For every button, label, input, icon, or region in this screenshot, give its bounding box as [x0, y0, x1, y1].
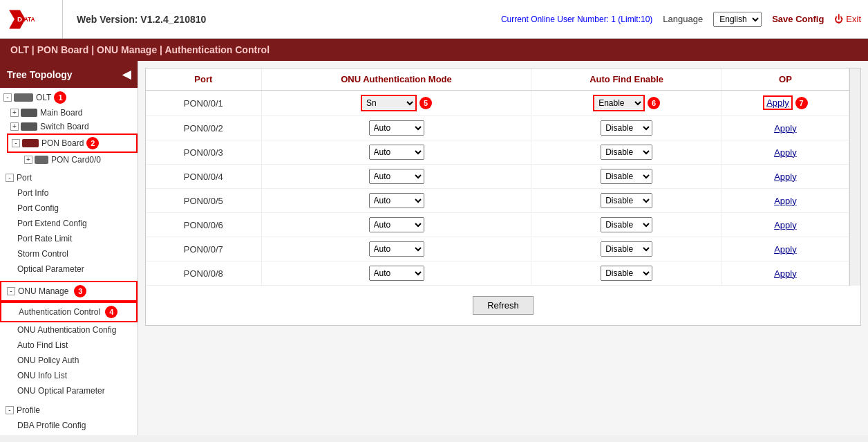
content-table-wrapper: Port ONU Authentication Mode Auto Find E… [145, 68, 861, 326]
apply-link[interactable]: Apply [774, 147, 797, 158]
refresh-button[interactable]: Refresh [473, 296, 534, 315]
pon-board-label: PON Board [41, 138, 84, 148]
onu-manage-toggle[interactable]: - [7, 287, 15, 295]
online-users-count: 1 [611, 15, 616, 24]
menu-item-onu-auth-config[interactable]: ONU Authentication Config [0, 322, 138, 338]
language-select[interactable]: English [713, 12, 762, 27]
tree-item-switch-board[interactable]: + Switch Board [7, 120, 138, 133]
switch-board-label: Switch Board [40, 122, 89, 131]
breadcrumb-olt[interactable]: OLT [10, 44, 29, 55]
auto-find-select[interactable]: EnableDisable [601, 193, 652, 208]
col-header-op: OP [721, 68, 849, 91]
breadcrumb-pon[interactable]: PON Board [37, 44, 89, 55]
menu-item-onu-info-list[interactable]: ONU Info List [0, 368, 138, 383]
cell-mode: SnAutoPasswordHybrid [261, 237, 531, 261]
cell-op: Apply [721, 140, 849, 165]
mode-select[interactable]: SnAutoPasswordHybrid [369, 193, 424, 208]
auto-find-select[interactable]: EnableDisable [601, 217, 652, 232]
exit-button[interactable]: ⏻ Exit [834, 14, 861, 24]
auto-find-select[interactable]: EnableDisable [601, 145, 652, 160]
apply-link[interactable]: Apply [774, 172, 797, 182]
sidebar-collapse-arrow[interactable]: ◀ [122, 68, 131, 81]
apply-link[interactable]: Apply [774, 196, 797, 206]
apply-link[interactable]: Apply [763, 95, 793, 110]
exit-label: Exit [846, 14, 861, 24]
auto-find-select[interactable]: EnableDisable [593, 95, 645, 111]
cell-mode: SnAutoPasswordHybrid [261, 165, 531, 189]
auto-find-select[interactable]: EnableDisable [601, 241, 652, 257]
menu-item-storm-control[interactable]: Storm Control [0, 246, 138, 261]
mode-select[interactable]: SnAutoPasswordHybrid [369, 266, 424, 281]
mode-select[interactable]: SnAutoPasswordHybrid [369, 120, 424, 136]
online-users-label: Current Online User Number: [501, 15, 609, 24]
menu-item-auto-find-list[interactable]: Auto Find List [0, 338, 138, 353]
tree-item-pon-card[interactable]: + PON Card0/0 [21, 153, 138, 167]
auto-find-select[interactable]: EnableDisable [601, 169, 652, 184]
mode-select[interactable]: SnAutoPasswordHybrid [369, 145, 424, 160]
apply-link[interactable]: Apply [774, 123, 797, 133]
cell-port: PON0/0/8 [146, 261, 261, 286]
menu-item-port-rate-limit[interactable]: Port Rate Limit [0, 231, 138, 246]
breadcrumb-sep1: | [32, 44, 37, 55]
auto-find-select[interactable]: EnableDisable [601, 120, 652, 136]
profile-section-header[interactable]: - Profile [0, 403, 138, 418]
mode-select[interactable]: SnAutoPasswordHybrid [369, 241, 424, 257]
tree-item-main-board[interactable]: + Main Board [7, 106, 138, 120]
breadcrumb-onu[interactable]: ONU Manage [97, 44, 157, 55]
logo-icon: D ATA [7, 6, 48, 33]
apply-link[interactable]: Apply [774, 268, 797, 279]
cell-mode: SnAutoPasswordHybrid [261, 261, 531, 286]
port-section-toggle[interactable]: - [6, 174, 14, 182]
tree-item-olt[interactable]: - OLT 1 [0, 89, 138, 106]
cell-op: Apply [721, 261, 849, 286]
olt-toggle[interactable]: - [3, 93, 12, 102]
cell-op: Apply [721, 189, 849, 213]
menu-item-dba-profile[interactable]: DBA Profile Config [0, 418, 138, 433]
main-board-toggle[interactable]: + [10, 109, 19, 117]
table-scroll-area[interactable]: Port ONU Authentication Mode Auto Find E… [146, 68, 849, 286]
cell-op: Apply [721, 165, 849, 189]
menu-item-port-config[interactable]: Port Config [0, 201, 138, 216]
switch-board-icon [21, 122, 37, 131]
olt-icon [14, 93, 33, 102]
port-section-header[interactable]: - Port [0, 170, 138, 185]
table-row: PON0/0/1SnAutoPasswordHybrid5EnableDisab… [146, 91, 849, 116]
mode-select[interactable]: SnAutoPasswordHybrid [369, 169, 424, 184]
save-config-link[interactable]: Save Config [772, 14, 824, 24]
auth-control-label: Authentication Control [19, 307, 100, 317]
cell-auto-find: EnableDisable6 [531, 91, 721, 116]
profile-section-toggle[interactable]: - [6, 406, 14, 414]
mode-select[interactable]: SnAutoPasswordHybrid [369, 217, 424, 232]
pon-board-toggle[interactable]: - [12, 139, 20, 147]
cell-op: Apply [721, 237, 849, 261]
auto-find-select[interactable]: EnableDisable [601, 266, 652, 281]
menu-item-port-extend-config[interactable]: Port Extend Config [0, 216, 138, 231]
scrollbar[interactable] [849, 68, 860, 286]
table-row: PON0/0/5SnAutoPasswordHybridEnableDisabl… [146, 189, 849, 213]
refresh-row: Refresh [146, 286, 860, 325]
table-row: PON0/0/4SnAutoPasswordHybridEnableDisabl… [146, 165, 849, 189]
apply-link[interactable]: Apply [774, 220, 797, 230]
main-board-icon [21, 109, 37, 117]
col-header-port: Port [146, 68, 261, 91]
cell-port: PON0/0/7 [146, 237, 261, 261]
tree-item-pon-board[interactable]: - PON Board 2 [7, 133, 138, 153]
switch-board-toggle[interactable]: + [10, 122, 19, 131]
main-board-label: Main Board [40, 108, 82, 118]
pon-card-toggle[interactable]: + [24, 156, 32, 164]
menu-item-optical-parameter[interactable]: Optical Parameter [0, 261, 138, 277]
pon-badge: 2 [86, 137, 99, 149]
cell-port: PON0/0/6 [146, 213, 261, 237]
menu-item-line-profile[interactable]: Line Profile Config [0, 433, 138, 435]
menu-item-auth-control[interactable]: Authentication Control 4 [0, 302, 138, 322]
onu-manage-section-header[interactable]: - ONU Manage 3 [0, 281, 138, 302]
col-header-mode: ONU Authentication Mode [261, 68, 531, 91]
mode-select[interactable]: SnAutoPasswordHybrid [361, 95, 417, 111]
menu-item-onu-optical-param[interactable]: ONU Optical Parameter [0, 383, 138, 398]
apply-link[interactable]: Apply [774, 244, 797, 255]
svg-text:D: D [17, 15, 22, 23]
cell-mode: SnAutoPasswordHybrid5 [261, 91, 531, 116]
table-header-row: Port ONU Authentication Mode Auto Find E… [146, 68, 849, 91]
menu-item-onu-policy-auth[interactable]: ONU Policy Auth [0, 353, 138, 368]
menu-item-port-info[interactable]: Port Info [0, 185, 138, 201]
